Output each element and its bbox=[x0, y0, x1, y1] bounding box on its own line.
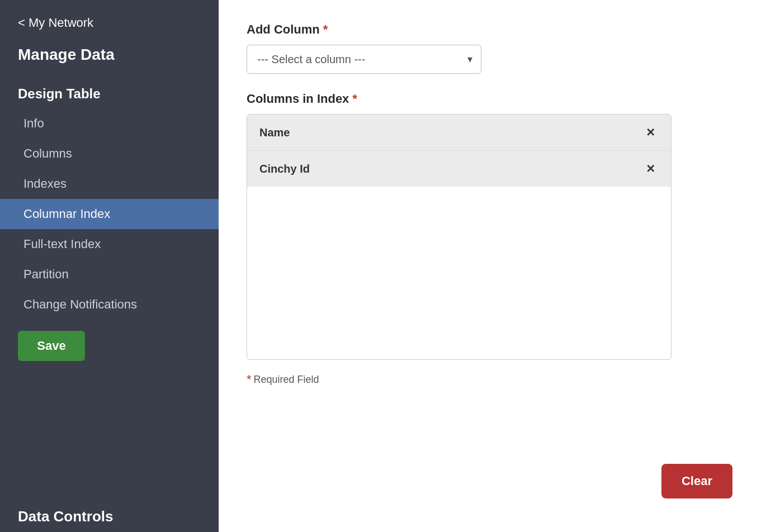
column-label-cinchy-id: Cinchy Id bbox=[259, 163, 310, 175]
sidebar-nav: InfoColumnsIndexesColumnar IndexFull-tex… bbox=[0, 108, 219, 320]
column-select-wrapper[interactable]: --- Select a column --- ▾ bbox=[247, 45, 481, 74]
columns-in-index-label: Columns in Index bbox=[247, 92, 349, 106]
sidebar-item-partition[interactable]: Partition bbox=[0, 259, 219, 289]
column-row-name: Name✕ bbox=[247, 115, 671, 151]
design-table-label: Design Table bbox=[0, 82, 219, 108]
sidebar-item-info[interactable]: Info bbox=[0, 108, 219, 139]
sidebar-item-change-notifications[interactable]: Change Notifications bbox=[0, 289, 219, 320]
back-link[interactable]: < My Network bbox=[0, 0, 219, 41]
main-content: Add Column * --- Select a column --- ▾ C… bbox=[219, 0, 766, 532]
remove-column-name[interactable]: ✕ bbox=[642, 125, 659, 140]
columns-in-index-required-star: * bbox=[352, 92, 357, 106]
columns-in-index-heading: Columns in Index * bbox=[247, 92, 732, 106]
add-column-required-star: * bbox=[323, 22, 328, 37]
required-field-note: * Required Field bbox=[247, 372, 732, 387]
column-select[interactable]: --- Select a column --- bbox=[247, 45, 481, 74]
clear-button[interactable]: Clear bbox=[661, 464, 732, 498]
sidebar-item-columns[interactable]: Columns bbox=[0, 139, 219, 169]
required-field-text: Required Field bbox=[254, 374, 319, 386]
sidebar-item-columnar-index[interactable]: Columnar Index bbox=[0, 199, 219, 229]
remove-column-cinchy-id[interactable]: ✕ bbox=[642, 161, 659, 177]
sidebar-item-indexes[interactable]: Indexes bbox=[0, 169, 219, 199]
data-controls-label: Data Controls bbox=[0, 495, 219, 532]
add-column-label: Add Column bbox=[247, 22, 320, 37]
sidebar-item-full-text-index[interactable]: Full-text Index bbox=[0, 229, 219, 259]
sidebar: < My Network Manage Data Design Table In… bbox=[0, 0, 219, 532]
required-field-star: * bbox=[247, 372, 252, 387]
save-button[interactable]: Save bbox=[18, 331, 85, 361]
column-label-name: Name bbox=[259, 126, 290, 139]
section-title: Manage Data bbox=[0, 41, 219, 77]
column-row-cinchy-id: Cinchy Id✕ bbox=[247, 151, 671, 187]
add-column-heading: Add Column * bbox=[247, 22, 732, 37]
columns-box: Name✕Cinchy Id✕ bbox=[247, 114, 672, 360]
